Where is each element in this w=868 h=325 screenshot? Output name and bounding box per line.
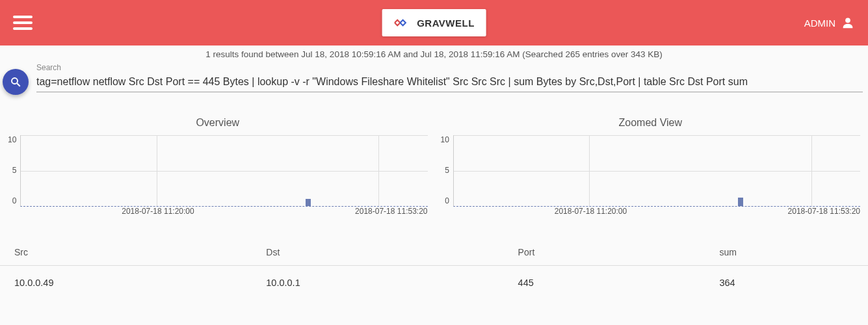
search-field: Search xyxy=(36,63,863,92)
app-header: GRAVWELL ADMIN xyxy=(0,0,868,46)
zoomed-chart: Zoomed View 10 5 0 2018-07-18 11:20:00 2… xyxy=(441,117,861,218)
user-label: ADMIN xyxy=(804,18,835,29)
zoomed-y-axis: 10 5 0 xyxy=(441,135,453,207)
col-dst[interactable]: Dst xyxy=(266,247,518,257)
cell-sum: 364 xyxy=(719,278,854,288)
table-header-row: Src Dst Port sum xyxy=(0,239,868,266)
overview-x-axis: 2018-07-18 11:20:00 2018-07-18 11:53:20 xyxy=(23,207,428,218)
col-sum[interactable]: sum xyxy=(719,247,854,257)
gravwell-logo-icon xyxy=(393,16,412,30)
user-menu[interactable]: ADMIN xyxy=(804,16,855,30)
overview-bar xyxy=(306,199,311,206)
user-icon xyxy=(841,16,855,30)
search-label: Search xyxy=(36,63,863,72)
table-row[interactable]: 10.0.0.49 10.0.0.1 445 364 xyxy=(0,266,868,300)
menu-button[interactable] xyxy=(13,13,33,32)
overview-chart: Overview 10 5 0 2018-07-18 11:20:00 2018… xyxy=(8,117,428,218)
brand-name: GRAVWELL xyxy=(417,18,475,29)
search-row: Search xyxy=(0,63,868,98)
zoomed-x-axis: 2018-07-18 11:20:00 2018-07-18 11:53:20 xyxy=(456,207,861,218)
zoomed-chart-title: Zoomed View xyxy=(441,117,861,129)
results-summary: 1 results found between Jul 18, 2018 10:… xyxy=(0,46,868,63)
search-input[interactable] xyxy=(36,73,863,92)
overview-plot[interactable] xyxy=(20,135,427,207)
col-src[interactable]: Src xyxy=(14,247,266,257)
svg-point-1 xyxy=(12,78,18,84)
charts-row: Overview 10 5 0 2018-07-18 11:20:00 2018… xyxy=(0,98,868,224)
zoomed-plot[interactable] xyxy=(453,135,860,207)
col-port[interactable]: Port xyxy=(518,247,720,257)
overview-chart-title: Overview xyxy=(8,117,428,129)
zoomed-bar xyxy=(738,198,743,206)
results-table: Src Dst Port sum 10.0.0.49 10.0.0.1 445 … xyxy=(0,239,868,300)
svg-line-2 xyxy=(17,83,20,86)
cell-src: 10.0.0.49 xyxy=(14,278,266,288)
cell-port: 445 xyxy=(518,278,720,288)
svg-point-0 xyxy=(845,18,850,23)
cell-dst: 10.0.0.1 xyxy=(266,278,518,288)
brand-logo[interactable]: GRAVWELL xyxy=(382,9,486,36)
run-search-button[interactable] xyxy=(3,69,29,95)
search-icon xyxy=(10,76,21,88)
overview-y-axis: 10 5 0 xyxy=(8,135,20,207)
